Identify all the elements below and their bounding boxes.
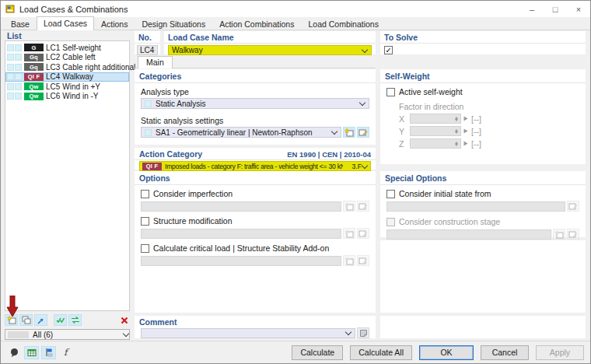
- import-load-case-button[interactable]: [34, 314, 47, 326]
- analysis-type-dropdown[interactable]: Static Analysis: [141, 98, 369, 109]
- dialog-tabs: Base Load Cases Actions Design Situation…: [1, 17, 590, 30]
- active-self-weight-checkbox[interactable]: [386, 88, 395, 96]
- list-filter-dropdown[interactable]: All (6): [5, 329, 130, 340]
- category-badge: QI F: [24, 73, 44, 81]
- renumber-button[interactable]: [68, 314, 82, 326]
- new-settings-button[interactable]: [343, 127, 355, 138]
- settings-label: Static analysis settings: [141, 116, 369, 125]
- color-swatch: [7, 44, 14, 51]
- factor-x-spinner[interactable]: [410, 114, 461, 124]
- apply-button[interactable]: Apply: [536, 345, 584, 360]
- calculate-all-button[interactable]: Calculate All: [350, 345, 412, 360]
- consider-imperfection-checkbox[interactable]: [141, 190, 149, 198]
- note-icon: [359, 329, 368, 338]
- factor-y-spinner[interactable]: [410, 126, 461, 136]
- close-button[interactable]: ×: [567, 1, 590, 17]
- analysis-settings-dropdown[interactable]: SA1 - Geometrically linear | Newton-Raph…: [141, 127, 341, 138]
- factor-z-spinner[interactable]: [410, 138, 461, 149]
- list-item-name: Walkway: [62, 72, 93, 81]
- comment-dropdown[interactable]: [141, 328, 355, 338]
- list-item[interactable]: Gq LC2 Cable left: [5, 53, 129, 63]
- categories-panel: Categories Analysis type Static Analysis…: [135, 69, 376, 145]
- analysis-type-value: Static Analysis: [156, 100, 205, 108]
- comment-notes-button[interactable]: [357, 327, 369, 338]
- flag-icon: [44, 348, 54, 357]
- new-stability-button[interactable]: [343, 255, 355, 266]
- action-category-value: Imposed loads - category F: traffic area…: [165, 163, 343, 170]
- edit-icon: [568, 230, 578, 239]
- filter-value: All (6): [33, 331, 53, 339]
- color-swatch: [7, 54, 14, 61]
- options-panel: Options Consider imperfection Structure …: [135, 171, 376, 313]
- formula-button[interactable]: [463, 141, 468, 146]
- tab-main[interactable]: Main: [138, 56, 173, 68]
- list-item[interactable]: Gq LC3 Cable right additional: [5, 62, 129, 72]
- tab-design-situations[interactable]: Design Situations: [135, 17, 212, 30]
- formula-arrow-icon: [463, 128, 468, 134]
- list-item[interactable]: G LC1 Self-weight: [5, 43, 129, 53]
- list-item[interactable]: Qw LC5 Wind in +Y: [5, 82, 129, 92]
- ok-button[interactable]: OK: [419, 345, 474, 360]
- special-options-panel: Special Options Consider initial state f…: [380, 171, 586, 237]
- table-icon: [27, 348, 37, 357]
- load-case-list: G LC1 Self-weight Gq LC2 Cable left Gq L…: [5, 40, 130, 311]
- table-button[interactable]: [24, 346, 39, 359]
- edit-settings-button[interactable]: [357, 127, 369, 138]
- tab-load-cases[interactable]: Load Cases: [37, 16, 94, 30]
- copy-icon: [22, 316, 31, 324]
- tab-base[interactable]: Base: [4, 17, 37, 30]
- cancel-button[interactable]: Cancel: [481, 345, 529, 360]
- empty-panel: [380, 316, 586, 338]
- action-category-code: 3.F: [352, 163, 362, 170]
- edit-stability-button[interactable]: [357, 255, 369, 266]
- edit-initial-state-button[interactable]: [567, 201, 579, 212]
- list-header: List: [7, 31, 22, 40]
- edit-imperfection-button[interactable]: [357, 201, 369, 212]
- self-weight-panel: Self-Weight Active self-weight Factor in…: [380, 69, 586, 164]
- load-case-name-combo[interactable]: Walkway: [168, 45, 372, 55]
- minimize-button[interactable]: –: [520, 1, 544, 17]
- list-item[interactable]: Qw LC6 Wind in -Y: [5, 92, 129, 102]
- tab-actions[interactable]: Actions: [94, 17, 135, 30]
- list-item-name: Cable left: [62, 53, 95, 61]
- delete-load-case-button[interactable]: [118, 314, 130, 326]
- load-cases-dialog: Load Cases & Combinations – □ × Base Loa…: [0, 0, 591, 364]
- new-modification-button[interactable]: [343, 228, 355, 239]
- axis-x-label: X: [399, 114, 410, 124]
- title-bar: Load Cases & Combinations – □ ×: [1, 1, 590, 17]
- to-solve-checkbox[interactable]: ✓: [384, 46, 393, 54]
- color-swatch: [15, 73, 22, 80]
- comment-balloon-button[interactable]: [7, 346, 22, 359]
- edit-modification-button[interactable]: [357, 228, 369, 239]
- formula-button[interactable]: [463, 128, 468, 134]
- chevron-down-icon: [123, 331, 129, 338]
- calculate-button[interactable]: Calculate: [292, 345, 343, 360]
- flag-button[interactable]: [41, 346, 56, 359]
- imperfection-dropdown: [141, 201, 341, 212]
- copy-load-case-button[interactable]: [19, 314, 33, 326]
- list-item-id: LC2: [46, 53, 60, 61]
- new-imperfection-button[interactable]: [343, 201, 355, 212]
- color-swatch: [15, 54, 22, 61]
- color-swatch: [7, 64, 14, 71]
- new-construction-stage-button[interactable]: [553, 229, 565, 240]
- list-item-selected[interactable]: QI F LC4 Walkway: [5, 72, 129, 82]
- chevron-down-icon: [331, 129, 337, 135]
- tab-action-combinations[interactable]: Action Combinations: [212, 17, 301, 30]
- critical-load-checkbox[interactable]: [141, 244, 149, 253]
- structure-modification-checkbox[interactable]: [141, 217, 149, 226]
- formula-button[interactable]: [463, 116, 468, 121]
- dialog-content: List G LC1 Self-weight Gq LC2 Cable left…: [1, 30, 590, 341]
- filter-swatch: [8, 331, 29, 338]
- initial-state-checkbox[interactable]: [386, 190, 395, 198]
- function-button[interactable]: f: [58, 346, 73, 359]
- tab-load-combinations[interactable]: Load Combinations: [301, 17, 385, 30]
- list-item-name: Wind in +Y: [62, 82, 100, 91]
- construction-stage-checkbox[interactable]: [386, 218, 395, 226]
- edit-construction-stage-button[interactable]: [567, 229, 579, 240]
- self-weight-title: Self-Weight: [380, 69, 586, 83]
- maximize-button[interactable]: □: [544, 1, 567, 17]
- action-category-dropdown[interactable]: QI F Imposed loads - category F: traffic…: [139, 161, 371, 171]
- category-badge: QI F: [142, 163, 162, 170]
- check-all-button[interactable]: [54, 314, 67, 326]
